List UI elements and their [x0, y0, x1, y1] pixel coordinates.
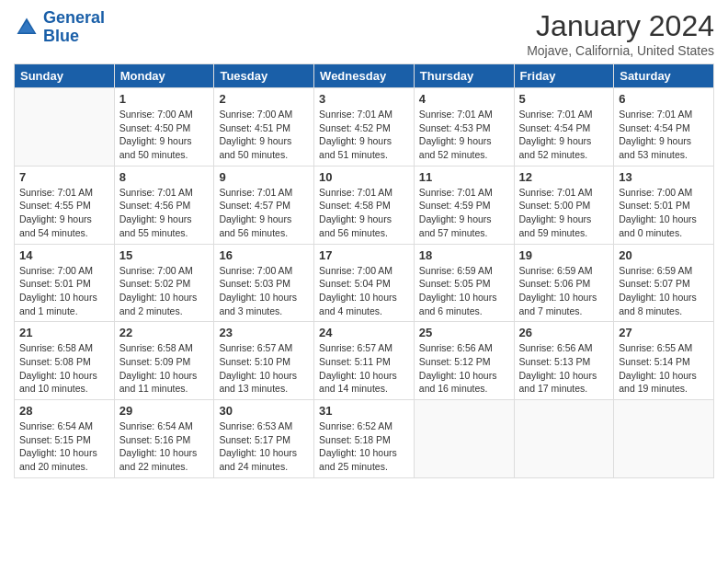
- col-saturday: Saturday: [614, 64, 714, 88]
- calendar-cell: [414, 400, 514, 478]
- day-number: 3: [319, 92, 409, 106]
- sunset-text: Sunset: 5:09 PM: [119, 355, 210, 369]
- day-number: 7: [19, 170, 109, 184]
- page-container: General Blue January 2024 Mojave, Califo…: [0, 0, 728, 488]
- daylight-text: Daylight: 10 hoursand 19 minutes.: [619, 369, 709, 396]
- calendar-week-5: 28Sunrise: 6:54 AMSunset: 5:15 PMDayligh…: [15, 400, 714, 478]
- daylight-text: Daylight: 10 hoursand 3 minutes.: [219, 291, 309, 317]
- day-number: 19: [519, 248, 609, 262]
- calendar-cell: 23Sunrise: 6:57 AMSunset: 5:10 PMDayligh…: [214, 322, 314, 400]
- sunrise-text: Sunrise: 6:58 AM: [119, 341, 210, 355]
- sunrise-text: Sunrise: 7:01 AM: [619, 108, 709, 121]
- sunrise-text: Sunrise: 6:53 AM: [219, 419, 309, 433]
- calendar-cell: 19Sunrise: 6:59 AMSunset: 5:06 PMDayligh…: [514, 244, 614, 322]
- day-info: Sunrise: 6:57 AMSunset: 5:11 PMDaylight:…: [319, 341, 409, 396]
- day-number: 27: [619, 326, 709, 339]
- sunrise-text: Sunrise: 7:00 AM: [119, 264, 210, 278]
- daylight-text: Daylight: 9 hoursand 51 minutes.: [319, 134, 409, 161]
- day-number: 15: [119, 248, 210, 262]
- sunset-text: Sunset: 4:57 PM: [219, 199, 309, 213]
- day-info: Sunrise: 7:01 AMSunset: 4:52 PMDaylight:…: [319, 108, 409, 162]
- day-number: 14: [19, 248, 109, 262]
- daylight-text: Daylight: 9 hoursand 56 minutes.: [219, 213, 309, 239]
- day-number: 22: [119, 326, 210, 339]
- calendar-body: 1Sunrise: 7:00 AMSunset: 4:50 PMDaylight…: [15, 88, 714, 478]
- calendar-cell: 16Sunrise: 7:00 AMSunset: 5:03 PMDayligh…: [214, 244, 314, 322]
- daylight-text: Daylight: 10 hoursand 6 minutes.: [419, 291, 509, 317]
- calendar-cell: 11Sunrise: 7:01 AMSunset: 4:59 PMDayligh…: [414, 166, 514, 244]
- day-number: 21: [19, 326, 109, 339]
- day-info: Sunrise: 7:00 AMSunset: 5:01 PMDaylight:…: [19, 264, 109, 318]
- day-number: 5: [519, 92, 609, 106]
- day-info: Sunrise: 6:59 AMSunset: 5:06 PMDaylight:…: [519, 264, 609, 318]
- sunset-text: Sunset: 4:52 PM: [319, 121, 409, 135]
- calendar-cell: 30Sunrise: 6:53 AMSunset: 5:17 PMDayligh…: [214, 400, 314, 478]
- day-info: Sunrise: 7:00 AMSunset: 5:04 PMDaylight:…: [319, 264, 409, 318]
- day-number: 4: [419, 92, 509, 106]
- daylight-text: Daylight: 10 hoursand 7 minutes.: [519, 291, 609, 317]
- sunrise-text: Sunrise: 6:56 AM: [419, 341, 509, 355]
- calendar-cell: 20Sunrise: 6:59 AMSunset: 5:07 PMDayligh…: [614, 244, 714, 322]
- daylight-text: Daylight: 9 hoursand 55 minutes.: [119, 213, 210, 239]
- daylight-text: Daylight: 9 hoursand 52 minutes.: [519, 134, 609, 161]
- day-info: Sunrise: 7:01 AMSunset: 4:56 PMDaylight:…: [119, 186, 210, 240]
- sunset-text: Sunset: 5:14 PM: [619, 355, 709, 369]
- day-info: Sunrise: 6:52 AMSunset: 5:18 PMDaylight:…: [319, 419, 409, 474]
- calendar-cell: 31Sunrise: 6:52 AMSunset: 5:18 PMDayligh…: [314, 400, 415, 478]
- day-info: Sunrise: 6:54 AMSunset: 5:16 PMDaylight:…: [119, 419, 210, 474]
- day-info: Sunrise: 7:01 AMSunset: 4:54 PMDaylight:…: [519, 108, 609, 162]
- day-number: 17: [319, 248, 409, 262]
- daylight-text: Daylight: 10 hoursand 10 minutes.: [19, 369, 109, 396]
- sunrise-text: Sunrise: 7:00 AM: [319, 264, 409, 278]
- header: General Blue January 2024 Mojave, Califo…: [14, 9, 714, 58]
- sunrise-text: Sunrise: 7:01 AM: [519, 108, 609, 121]
- sunset-text: Sunset: 5:01 PM: [19, 277, 109, 291]
- calendar-cell: 14Sunrise: 7:00 AMSunset: 5:01 PMDayligh…: [15, 244, 115, 322]
- day-number: 9: [219, 170, 309, 184]
- sunset-text: Sunset: 5:02 PM: [119, 277, 210, 291]
- daylight-text: Daylight: 9 hoursand 59 minutes.: [519, 213, 609, 239]
- calendar-week-2: 7Sunrise: 7:01 AMSunset: 4:55 PMDaylight…: [15, 166, 714, 244]
- sunset-text: Sunset: 5:18 PM: [319, 433, 409, 447]
- sunrise-text: Sunrise: 6:59 AM: [519, 264, 609, 278]
- calendar-cell: 17Sunrise: 7:00 AMSunset: 5:04 PMDayligh…: [314, 244, 415, 322]
- day-number: 30: [219, 404, 309, 418]
- sunset-text: Sunset: 4:50 PM: [119, 121, 210, 135]
- sunrise-text: Sunrise: 7:01 AM: [219, 186, 309, 200]
- sunset-text: Sunset: 4:56 PM: [119, 199, 210, 213]
- daylight-text: Daylight: 10 hoursand 11 minutes.: [119, 369, 210, 396]
- sunrise-text: Sunrise: 6:58 AM: [19, 341, 109, 355]
- sunrise-text: Sunrise: 7:01 AM: [119, 186, 210, 200]
- day-info: Sunrise: 6:59 AMSunset: 5:07 PMDaylight:…: [619, 264, 709, 318]
- calendar-week-1: 1Sunrise: 7:00 AMSunset: 4:50 PMDaylight…: [15, 88, 714, 167]
- calendar-cell: 4Sunrise: 7:01 AMSunset: 4:53 PMDaylight…: [414, 88, 514, 167]
- day-number: 20: [619, 248, 709, 262]
- day-number: 12: [519, 170, 609, 184]
- day-info: Sunrise: 7:01 AMSunset: 5:00 PMDaylight:…: [519, 186, 609, 240]
- day-info: Sunrise: 6:57 AMSunset: 5:10 PMDaylight:…: [219, 341, 309, 396]
- daylight-text: Daylight: 10 hoursand 13 minutes.: [219, 369, 309, 396]
- calendar-cell: [614, 400, 714, 478]
- calendar-cell: 29Sunrise: 6:54 AMSunset: 5:16 PMDayligh…: [114, 400, 214, 478]
- daylight-text: Daylight: 10 hoursand 2 minutes.: [119, 291, 210, 317]
- calendar-cell: 28Sunrise: 6:54 AMSunset: 5:15 PMDayligh…: [15, 400, 115, 478]
- calendar-cell: 9Sunrise: 7:01 AMSunset: 4:57 PMDaylight…: [214, 166, 314, 244]
- day-info: Sunrise: 6:55 AMSunset: 5:14 PMDaylight:…: [619, 341, 709, 396]
- sunset-text: Sunset: 5:01 PM: [619, 199, 709, 213]
- sunset-text: Sunset: 4:58 PM: [319, 199, 409, 213]
- sunset-text: Sunset: 4:59 PM: [419, 199, 509, 213]
- sunset-text: Sunset: 5:03 PM: [219, 277, 309, 291]
- calendar-week-4: 21Sunrise: 6:58 AMSunset: 5:08 PMDayligh…: [15, 322, 714, 400]
- col-friday: Friday: [514, 64, 614, 88]
- sunset-text: Sunset: 4:54 PM: [619, 121, 709, 135]
- daylight-text: Daylight: 10 hoursand 8 minutes.: [619, 291, 709, 317]
- calendar-cell: 26Sunrise: 6:56 AMSunset: 5:13 PMDayligh…: [514, 322, 614, 400]
- day-number: 28: [19, 404, 109, 418]
- day-info: Sunrise: 6:54 AMSunset: 5:15 PMDaylight:…: [19, 419, 109, 474]
- sunset-text: Sunset: 5:00 PM: [519, 199, 609, 213]
- day-number: 2: [219, 92, 309, 106]
- day-info: Sunrise: 6:58 AMSunset: 5:09 PMDaylight:…: [119, 341, 210, 396]
- calendar-cell: 27Sunrise: 6:55 AMSunset: 5:14 PMDayligh…: [614, 322, 714, 400]
- calendar-header-row: Sunday Monday Tuesday Wednesday Thursday…: [15, 64, 714, 88]
- sunrise-text: Sunrise: 7:01 AM: [319, 186, 409, 200]
